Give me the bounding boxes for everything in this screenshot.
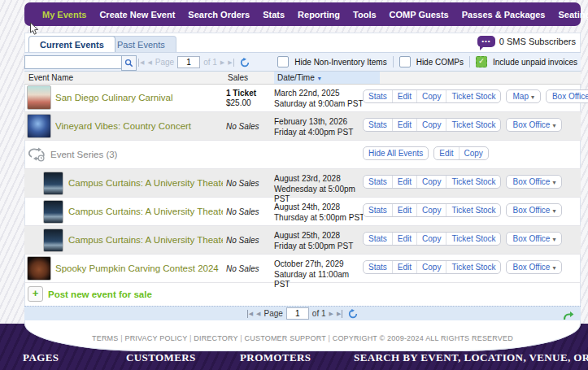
footer-link-0[interactable]: TERMS — [92, 334, 119, 342]
column-header-datetime[interactable]: Date/Time▾ — [274, 72, 380, 84]
nav-item-stats[interactable]: Stats — [256, 10, 291, 20]
footer-band-search[interactable]: SEARCH BY EVENT, LOCATION, VENUE, OR — [354, 351, 588, 364]
prev-page-button[interactable]: ◀ — [147, 59, 151, 67]
event-datetime: March 22nd, 2025Saturday at 9:00am PST — [274, 89, 365, 109]
first-page-button[interactable]: ◀ — [138, 59, 144, 67]
nav-item-tools[interactable]: Tools — [346, 10, 383, 20]
stats-button[interactable]: Stats — [364, 176, 392, 188]
copy-button[interactable]: Copy — [416, 90, 446, 102]
ticket-stock-button[interactable]: Ticket Stock — [446, 176, 500, 188]
page-number-input[interactable] — [177, 56, 200, 68]
box-office-dropdown-button[interactable]: Box Office▾ — [506, 203, 562, 217]
stats-button[interactable]: Stats — [364, 90, 392, 102]
checkbox-hide-comps[interactable] — [399, 56, 411, 67]
hide-all-events-button[interactable]: Hide All Events — [364, 147, 428, 159]
event-name-link[interactable]: Campus Curtains: A University Theater Pr… — [68, 207, 223, 216]
box-office-dropdown-button[interactable]: Box Office▾ — [506, 232, 562, 246]
last-page-button[interactable]: ▶ — [228, 59, 233, 67]
footer-band-customers[interactable]: CUSTOMERS — [126, 351, 196, 364]
column-header-event-name[interactable]: Event Name — [28, 73, 73, 82]
checkbox-label: Hide COMPs — [416, 58, 464, 67]
next-page-button[interactable]: ▶ — [220, 59, 224, 67]
sms-subscribers[interactable]: ••• 0 SMS Subscribers — [477, 36, 576, 47]
map-dropdown-button[interactable]: Map▾ — [506, 89, 540, 103]
event-name-link[interactable]: Vineyard Vibes: Country Concert — [55, 121, 223, 131]
edit-button[interactable]: Edit — [392, 261, 416, 273]
edit-button[interactable]: Edit — [392, 233, 416, 245]
copy-button[interactable]: Copy — [416, 176, 446, 188]
row-actions: StatsEditCopyTicket StockMap▾Box Office▾ — [363, 89, 588, 103]
ticket-stock-button[interactable]: Ticket Stock — [446, 204, 500, 216]
stats-button[interactable]: Stats — [364, 204, 392, 216]
copy-button[interactable]: Copy — [459, 147, 488, 159]
page-label: Page — [155, 58, 174, 67]
event-name-link[interactable]: San Diego Culinary Carnival — [55, 93, 223, 102]
nav-item-create-new-event[interactable]: Create New Event — [93, 10, 181, 20]
next-page-button[interactable]: ▶ — [329, 310, 333, 318]
tabs-row: Current Events Past Events ••• 0 SMS Sub… — [24, 33, 581, 52]
refresh-icon[interactable] — [348, 309, 358, 319]
filter-checkboxes: Hide Non-Inventory ItemsHide COMPs✓Inclu… — [277, 56, 577, 67]
row-button-group: StatsEditCopyTicket Stock — [363, 118, 501, 132]
edit-button[interactable]: Edit — [392, 90, 416, 102]
event-series-recurrence-icon — [28, 147, 46, 165]
stats-button[interactable]: Stats — [364, 233, 392, 245]
copy-button[interactable]: Copy — [416, 119, 446, 131]
event-row: San Diego Culinary Carnival1 Ticket$25.0… — [24, 84, 581, 112]
return-arrow-icon[interactable] — [563, 309, 574, 324]
prev-page-button[interactable]: ◀ — [256, 310, 260, 318]
nav-item-seating-maps[interactable]: Seating Maps — [551, 10, 588, 20]
tab-current-events[interactable]: Current Events — [28, 36, 115, 52]
first-page-button[interactable]: ◀ — [247, 310, 253, 318]
box-office-dropdown-button[interactable]: Box Office▾ — [506, 260, 562, 274]
nav-item-search-orders[interactable]: Search Orders — [181, 10, 256, 20]
row-actions: StatsEditCopyTicket StockBox Office▾ — [363, 232, 562, 246]
box-office-dropdown-button[interactable]: Box Office▾ — [506, 175, 562, 189]
page-number-input[interactable] — [286, 307, 309, 320]
stats-button[interactable]: Stats — [364, 119, 392, 131]
footer-link-2[interactable]: DIRECTORY — [187, 334, 237, 342]
ticket-stock-button[interactable]: Ticket Stock — [446, 233, 500, 245]
nav-item-my-events[interactable]: My Events — [36, 10, 93, 20]
footer-link-4: COPYRIGHT © 2009-2024 ALL RIGHTS RESERVE… — [326, 334, 513, 342]
footer-link-3[interactable]: CUSTOMER SUPPORT — [238, 334, 326, 342]
edit-button[interactable]: Edit — [392, 204, 416, 216]
last-page-button[interactable]: ▶ — [337, 310, 342, 318]
event-name-link[interactable]: Spooky Pumpkin Carving Contest 2024 — [55, 263, 223, 273]
tab-past-events[interactable]: Past Events — [106, 36, 176, 52]
nav-item-comp-guests[interactable]: COMP Guests — [383, 10, 455, 20]
event-series-row: Event Series (3)Hide All EventsEditCopy — [24, 141, 581, 169]
footer-band-pages[interactable]: PAGES — [23, 351, 59, 364]
sales-amount: $25.00 — [226, 98, 270, 108]
search-input[interactable] — [24, 55, 121, 69]
footer-band-promoters[interactable]: PROMOTERS — [240, 351, 311, 364]
dropdown-label: Box Office — [512, 120, 550, 129]
checkbox-hide-non-inventory-items[interactable] — [277, 56, 289, 67]
column-header-sales[interactable]: Sales — [228, 73, 248, 82]
edit-button[interactable]: Edit — [392, 119, 416, 131]
post-new-event-link[interactable]: Post new event for sale — [48, 289, 152, 299]
ticket-stock-button[interactable]: Ticket Stock — [446, 261, 500, 273]
checkbox-include-unpaid-invoices[interactable]: ✓ — [476, 56, 487, 67]
box-office-dropdown-button[interactable]: Box Office▾ — [506, 118, 562, 132]
ticket-stock-button[interactable]: Ticket Stock — [446, 119, 500, 131]
bottom-pagination: ◀◀Pageof 1▶▶ — [247, 307, 359, 320]
copy-button[interactable]: Copy — [416, 204, 446, 216]
nav-item-passes-packages[interactable]: Passes & Packages — [455, 10, 552, 20]
search-icon[interactable] — [121, 55, 137, 71]
edit-button[interactable]: Edit — [434, 147, 458, 159]
copy-button[interactable]: Copy — [416, 233, 446, 245]
stats-button[interactable]: Stats — [364, 261, 392, 273]
event-name-link[interactable]: Campus Curtains: A University Theater Pr… — [68, 235, 223, 245]
add-event-plus-icon[interactable]: + — [28, 286, 43, 302]
event-name-link[interactable]: Campus Curtains: A University Theater Pr… — [68, 178, 223, 188]
edit-button[interactable]: Edit — [392, 176, 416, 188]
nav-item-reporting[interactable]: Reporting — [291, 10, 346, 20]
footer-link-1[interactable]: PRIVACY POLICY — [119, 334, 188, 342]
chevron-down-icon: ▾ — [552, 179, 555, 186]
series-primary-button-group: Hide All Events — [363, 146, 429, 160]
box-office-dropdown-button[interactable]: Box Office▾ — [546, 89, 588, 103]
ticket-stock-button[interactable]: Ticket Stock — [446, 90, 500, 102]
copy-button[interactable]: Copy — [416, 261, 446, 273]
refresh-icon[interactable] — [240, 58, 250, 67]
